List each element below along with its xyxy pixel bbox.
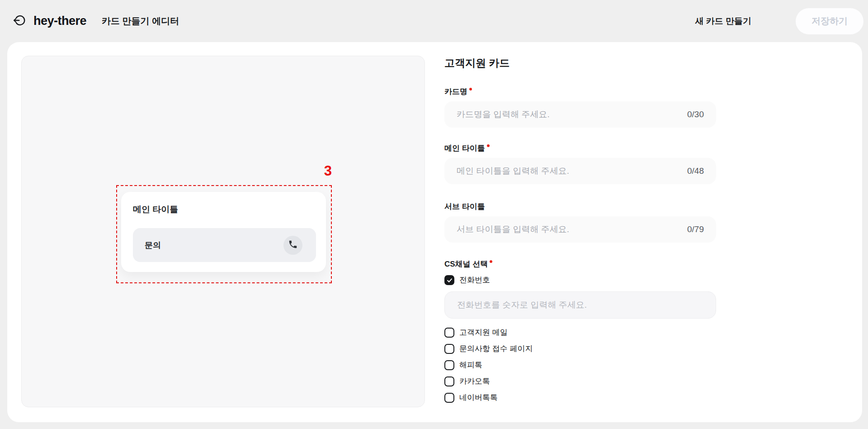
card-form-panel: 고객지원 카드 카드명 0/30 메인 타이틀 0/48 서브 타이틀 0/79 bbox=[444, 57, 716, 409]
cs-option-inquiry-page-label: 문의사항 접수 페이지 bbox=[459, 343, 533, 354]
new-card-button[interactable]: 새 카드 만들기 bbox=[695, 15, 751, 27]
cs-option-phone-label: 전화번호 bbox=[459, 275, 490, 286]
card-name-input[interactable] bbox=[457, 110, 681, 119]
form-title: 고객지원 카드 bbox=[444, 57, 716, 69]
card-selection-wrap: 3 메인 타이틀 문의 bbox=[121, 192, 326, 272]
card-main-title: 메인 타이틀 bbox=[133, 204, 316, 215]
back-arrow-exit-icon bbox=[13, 14, 26, 29]
cs-option-navertalktalk-label: 네이버톡톡 bbox=[459, 392, 498, 403]
field-label-row: 메인 타이틀 bbox=[444, 143, 716, 153]
field-label-row: 카드명 bbox=[444, 87, 716, 97]
logo[interactable]: hey-there bbox=[33, 14, 86, 28]
main-title-input-wrap: 0/48 bbox=[444, 158, 716, 184]
main-title-input[interactable] bbox=[457, 166, 681, 176]
cs-option-kakaotalk-checkbox[interactable] bbox=[444, 377, 454, 386]
cs-option-inquiry-page-checkbox[interactable] bbox=[444, 344, 454, 354]
cs-option-happytalk-label: 해피톡 bbox=[459, 360, 482, 371]
sub-title-counter: 0/79 bbox=[687, 224, 704, 234]
cs-option-inquiry-page-row: 문의사항 접수 페이지 bbox=[444, 343, 716, 354]
required-marker bbox=[487, 144, 490, 147]
cs-option-phone-checkbox[interactable] bbox=[444, 275, 454, 285]
annotation-number: 3 bbox=[324, 164, 332, 178]
cs-option-email-checkbox[interactable] bbox=[444, 328, 454, 338]
page-title: 카드 만들기 에디터 bbox=[102, 15, 179, 27]
main-title-label: 메인 타이틀 bbox=[444, 143, 485, 153]
app-header: hey-there 카드 만들기 에디터 새 카드 만들기 저장하기 bbox=[0, 0, 868, 42]
main-container: 3 메인 타이틀 문의 고객지원 카드 bbox=[7, 42, 862, 422]
preview-card[interactable]: 메인 타이틀 문의 bbox=[121, 192, 326, 272]
phone-number-input[interactable] bbox=[457, 300, 703, 310]
cs-option-happytalk-row: 해피톡 bbox=[444, 360, 716, 371]
card-cta-button[interactable]: 문의 bbox=[133, 228, 316, 262]
field-label-row: 서브 타이틀 bbox=[444, 202, 716, 212]
cs-option-phone-row: 전화번호 bbox=[444, 274, 716, 286]
phone-number-input-wrap bbox=[444, 291, 716, 319]
sub-title-label: 서브 타이틀 bbox=[444, 202, 485, 212]
required-marker bbox=[469, 88, 472, 91]
card-cta-label: 문의 bbox=[145, 240, 161, 251]
cs-option-kakaotalk-row: 카카오톡 bbox=[444, 376, 716, 387]
cs-channel-label: CS채널 선택 bbox=[444, 259, 488, 269]
cs-option-email-label: 고객지원 메일 bbox=[459, 327, 508, 338]
preview-canvas: 3 메인 타이틀 문의 bbox=[21, 56, 425, 407]
cs-option-navertalktalk-row: 네이버톡톡 bbox=[444, 392, 716, 403]
cs-option-email-row: 고객지원 메일 bbox=[444, 327, 716, 338]
cs-option-navertalktalk-checkbox[interactable] bbox=[444, 393, 454, 403]
phone-icon-circle bbox=[283, 236, 302, 255]
cs-option-kakaotalk-label: 카카오톡 bbox=[459, 376, 490, 387]
card-name-counter: 0/30 bbox=[687, 110, 704, 119]
required-marker bbox=[490, 260, 492, 263]
back-button[interactable] bbox=[11, 13, 28, 30]
card-name-input-wrap: 0/30 bbox=[444, 101, 716, 128]
card-name-label: 카드명 bbox=[444, 87, 467, 97]
field-label-row: CS채널 선택 bbox=[444, 259, 716, 269]
sub-title-input-wrap: 0/79 bbox=[444, 216, 716, 243]
cs-option-happytalk-checkbox[interactable] bbox=[444, 360, 454, 370]
sub-title-input[interactable] bbox=[457, 224, 681, 234]
phone-icon bbox=[288, 239, 298, 251]
main-title-counter: 0/48 bbox=[687, 166, 704, 176]
save-button[interactable]: 저장하기 bbox=[796, 8, 863, 34]
